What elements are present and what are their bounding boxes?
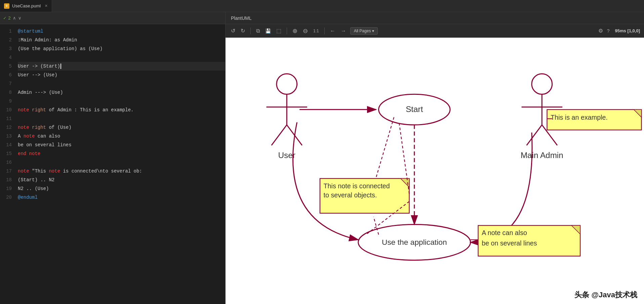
zoom-reset-button[interactable]: 1:1 [312, 28, 320, 34]
tab-usecase[interactable]: U UseCase.puml × [0, 0, 52, 12]
code-line-4 [18, 53, 225, 62]
line-numbers: 12345 678910 1112131415 1617181920 [0, 24, 15, 304]
nav-down-button[interactable]: ∨ [18, 15, 22, 21]
code-content: @startuml :Main Admin: as Admin (Use the… [15, 24, 225, 304]
code-line-3: (Use the application) as (Use) [18, 44, 225, 53]
zoom-out-button[interactable]: ⊖ [301, 27, 309, 35]
svg-text:This is an example.: This is an example. [551, 114, 608, 121]
timing-display: 95ms [1,0,0] [615, 28, 640, 33]
tab-label: UseCase.puml [12, 3, 41, 8]
code-line-9 [18, 97, 225, 106]
code-line-19: N2 .. (Use) [18, 184, 225, 193]
pages-label: All Pages [354, 29, 371, 33]
diagram-area: User Main Admin Start Use the [226, 38, 644, 304]
refresh-button-2[interactable]: ↻ [239, 27, 246, 35]
tab-bar: U UseCase.puml × [0, 0, 644, 12]
zoom-in-button[interactable]: ⊕ [291, 27, 299, 35]
editor-pane: ✓ 2 ∧ ∨ 12345 678910 1112131415 16171819… [0, 12, 225, 304]
tab-close-button[interactable]: × [45, 3, 47, 9]
svg-text:be on several lines: be on several lines [482, 239, 537, 247]
svg-point-0 [277, 74, 297, 94]
code-line-2: :Main Admin: as Admin [18, 36, 225, 44]
pages-dropdown[interactable]: All Pages ▾ [350, 27, 378, 35]
nav-forward-button[interactable]: → [339, 27, 348, 35]
code-line-5: User -> (Start) [18, 62, 225, 71]
toolbar-separator-1 [250, 28, 251, 34]
svg-line-18 [373, 117, 394, 186]
pages-chevron-icon: ▾ [372, 29, 374, 33]
code-line-7 [18, 79, 225, 88]
toolbar-separator-3 [324, 28, 325, 34]
code-line-18: (Start) .. N2 [18, 176, 225, 184]
refresh-button-1[interactable]: ↺ [230, 27, 237, 35]
error-count: 2 [8, 15, 10, 21]
plantuml-toolbar: ↺ ↻ ⧉ 💾 ⬚ ⊕ ⊖ 1:1 ← → All Pages ▾ ⚙ ? 95… [226, 24, 644, 38]
code-area[interactable]: 12345 678910 1112131415 1617181920 @star… [0, 24, 225, 304]
svg-line-3 [272, 125, 287, 145]
svg-text:Start: Start [406, 105, 423, 114]
main-content: ✓ 2 ∧ ∨ 12345 678910 1112131415 16171819… [0, 12, 644, 304]
svg-text:A note can also: A note can also [482, 229, 527, 236]
svg-text:Main Admin: Main Admin [521, 151, 563, 160]
svg-text:Use the application: Use the application [382, 238, 447, 246]
code-line-15: end note [18, 149, 225, 158]
settings-gear-button[interactable]: ⚙ [597, 27, 604, 35]
code-line-1: @startuml [18, 27, 225, 36]
code-line-10: note right of Admin : This is an example… [18, 106, 225, 114]
code-line-11 [18, 114, 225, 123]
code-line-12: note right of (Use) [18, 123, 225, 132]
code-line-16 [18, 158, 225, 167]
save-button[interactable]: 💾 [264, 28, 272, 34]
plantuml-header: PlantUML [226, 12, 644, 24]
copy-button[interactable]: ⧉ [255, 27, 261, 35]
code-line-8: Admin ---> (Use) [18, 88, 225, 97]
plantuml-title: PlantUML [231, 15, 251, 21]
svg-line-9 [527, 125, 542, 145]
svg-point-6 [532, 74, 552, 94]
diagram-svg: User Main Admin Start Use the [226, 38, 644, 304]
toolbar-separator-2 [287, 28, 287, 34]
svg-line-19 [373, 217, 378, 235]
check-icon: ✓ [3, 15, 6, 21]
editor-toolbar: ✓ 2 ∧ ∨ [0, 12, 225, 24]
code-line-20: @enduml [18, 193, 225, 202]
code-line-13: A note can also [18, 132, 225, 141]
nav-up-button[interactable]: ∧ [13, 15, 16, 21]
help-button[interactable]: ? [607, 28, 610, 34]
plantuml-pane: PlantUML ↺ ↻ ⧉ 💾 ⬚ ⊕ ⊖ 1:1 ← → All Pages… [225, 12, 644, 304]
code-line-6: User --> (Use) [18, 71, 225, 79]
code-line-17: note "This note is connected\nto several… [18, 167, 225, 176]
svg-text:This note is connected: This note is connected [324, 182, 390, 190]
tab-file-icon: U [4, 3, 9, 9]
code-line-14: be on several lines [18, 141, 225, 149]
svg-text:to several objects.: to several objects. [324, 191, 377, 199]
export-button[interactable]: ⬚ [275, 27, 283, 35]
nav-back-button[interactable]: ← [329, 27, 337, 35]
